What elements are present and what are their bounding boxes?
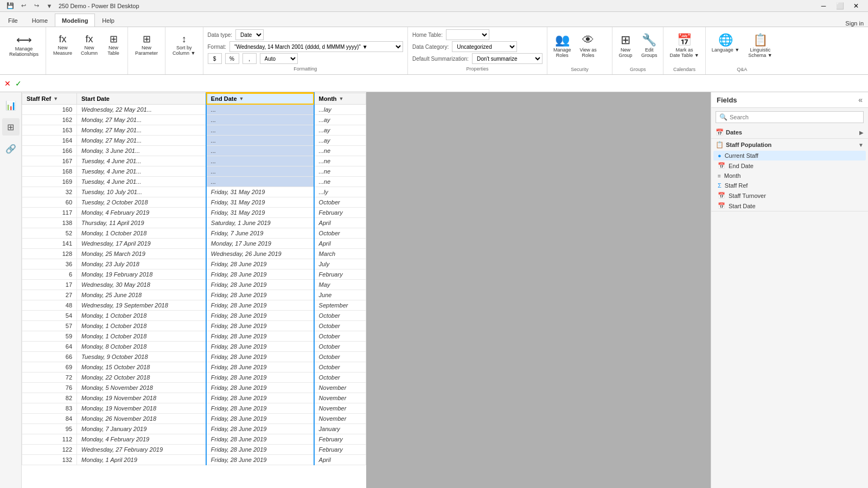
ribbon-properties-section: Home Table: Data Category: Uncategorized… — [408, 27, 547, 74]
fields-search-box[interactable]: 🔍 — [716, 111, 864, 123]
edit-groups-btn[interactable]: 🔧 EditGroups — [637, 31, 661, 61]
close-btn[interactable]: ✕ — [848, 1, 864, 11]
cell-staff-ref: 138 — [22, 218, 77, 228]
table-row[interactable]: 166Monday, 3 June 201.........ne — [22, 146, 366, 156]
table-row[interactable]: 163Monday, 27 May 201.........ay — [22, 125, 366, 136]
col-header-enddate[interactable]: End Date ▼ — [206, 93, 314, 105]
dollar-btn[interactable]: $ — [208, 53, 222, 64]
field-item-staff-turnover[interactable]: 📅 Staff Turnover — [713, 190, 866, 201]
table-row[interactable]: 64Monday, 8 October 2018Friday, 28 June … — [22, 342, 366, 352]
table-row[interactable]: 72Monday, 22 October 2018Friday, 28 June… — [22, 373, 366, 383]
table-row[interactable]: 59Monday, 1 October 2018Friday, 28 June … — [22, 331, 366, 342]
field-group-dates-header[interactable]: 📅 Dates ▶ — [711, 126, 868, 138]
table-row[interactable]: 27Monday, 25 June 2018Friday, 28 June 20… — [22, 290, 366, 300]
table-row[interactable]: 66Tuesday, 9 October 2018Friday, 28 June… — [22, 352, 366, 362]
cell-month: October — [314, 228, 366, 239]
table-row[interactable]: 48Wednesday, 19 September 2018Friday, 28… — [22, 300, 366, 311]
table-row[interactable]: 112Monday, 4 February 2019Friday, 28 Jun… — [22, 434, 366, 445]
field-item-staff-ref[interactable]: Σ Staff Ref — [713, 181, 866, 190]
undo-btn[interactable]: ↩ — [17, 1, 29, 11]
relationships-buttons: ⟷ ManageRelationships — [5, 29, 42, 71]
new-group-btn[interactable]: ⊞ NewGroup — [615, 31, 636, 61]
table-row[interactable]: 162Monday, 27 May 201.........ay — [22, 115, 366, 125]
redo-btn[interactable]: ↪ — [30, 1, 42, 11]
table-row[interactable]: 95Monday, 7 January 2019Friday, 28 June … — [22, 424, 366, 434]
table-row[interactable]: 17Wednesday, 30 May 2018Friday, 28 June … — [22, 280, 366, 290]
data-type-select[interactable]: Date — [235, 29, 264, 40]
cell-start-date: Monday, 27 May 201... — [77, 125, 206, 136]
field-item-start-date[interactable]: 📅 Start Date — [713, 201, 866, 211]
table-row[interactable]: 132Monday, 1 April 2019Friday, 28 June 2… — [22, 455, 366, 465]
col-header-month[interactable]: Month ▼ — [314, 93, 366, 105]
field-item-current-staff[interactable]: ● Current Staff — [713, 151, 866, 160]
table-row[interactable]: 76Monday, 5 November 2018Friday, 28 June… — [22, 383, 366, 393]
formula-confirm-icon[interactable]: ✓ — [15, 79, 22, 88]
tab-help[interactable]: Help — [95, 14, 122, 27]
field-group-staff-population-header[interactable]: 📋 Staff Population ▼ — [711, 139, 868, 151]
table-row[interactable]: 57Monday, 1 October 2018Friday, 28 June … — [22, 321, 366, 331]
tab-modeling[interactable]: Modeling — [55, 14, 95, 27]
table-row[interactable]: 54Monday, 1 October 2018Friday, 28 June … — [22, 311, 366, 321]
home-table-select[interactable] — [446, 29, 489, 40]
new-parameter-btn[interactable]: ⊞ NewParameter — [131, 31, 162, 59]
model-view-icon[interactable]: 🔗 — [2, 140, 20, 157]
table-row[interactable]: 32Tuesday, 10 July 201...Friday, 31 May … — [22, 187, 366, 197]
new-column-btn[interactable]: fx NewColumn — [77, 31, 101, 59]
comma-btn[interactable]: , — [242, 53, 257, 64]
table-row[interactable]: 82Monday, 19 November 2018Friday, 28 Jun… — [22, 393, 366, 403]
fields-panel-expand-icon[interactable]: « — [858, 95, 863, 104]
formula-cancel-icon[interactable]: ✕ — [4, 79, 11, 88]
cell-end-date: Friday, 28 June 2019 — [206, 290, 314, 300]
end-date-name: End Date — [729, 163, 754, 169]
table-row[interactable]: 160Wednesday, 22 May 201.........lay — [22, 105, 366, 115]
data-view-icon[interactable]: ⊞ — [2, 118, 20, 136]
format-select[interactable]: "Wednesday, 14 March 2001 (dddd, d MMMM … — [229, 41, 403, 52]
table-row[interactable]: 128Monday, 25 March 2019Wednesday, 26 Ju… — [22, 249, 366, 259]
field-item-month[interactable]: ≡ Month — [713, 171, 866, 181]
col-header-staffref[interactable]: Staff Ref ▼ — [22, 93, 77, 105]
table-row[interactable]: 36Monday, 23 July 2018Friday, 28 June 20… — [22, 259, 366, 269]
mark-as-date-table-btn[interactable]: 📅 Mark asDate Table ▼ — [666, 31, 703, 61]
new-measure-btn[interactable]: fx NewMeasure — [49, 31, 76, 59]
table-row[interactable]: 117Monday, 4 February 2019Friday, 31 May… — [22, 208, 366, 218]
manage-roles-btn[interactable]: 👥 ManageRoles — [550, 31, 575, 61]
cell-staff-ref: 59 — [22, 331, 77, 342]
table-row[interactable]: 84Monday, 26 November 2018Friday, 28 Jun… — [22, 414, 366, 424]
table-row[interactable]: 69Monday, 15 October 2018Friday, 28 June… — [22, 362, 366, 373]
new-table-btn[interactable]: ⊞ NewTable — [103, 31, 124, 59]
table-row[interactable]: 167Tuesday, 4 June 201.........ne — [22, 156, 366, 166]
table-row[interactable]: 52Monday, 1 October 2018Friday, 7 June 2… — [22, 228, 366, 239]
sort-by-column-btn[interactable]: ↕ Sort byColumn ▼ — [169, 31, 199, 59]
summarization-select[interactable]: Don't summarize — [472, 53, 542, 64]
fields-search-input[interactable] — [730, 114, 860, 120]
col-header-startdate[interactable]: Start Date — [77, 93, 206, 105]
table-row[interactable]: 168Tuesday, 4 June 201.........ne — [22, 166, 366, 177]
minimize-btn[interactable]: ─ — [816, 1, 831, 11]
table-row[interactable]: 60Tuesday, 2 October 2018Friday, 31 May … — [22, 197, 366, 208]
auto-select[interactable]: Auto — [260, 53, 298, 64]
table-row[interactable]: 164Monday, 27 May 201.........ay — [22, 136, 366, 146]
report-view-icon[interactable]: 📊 — [2, 97, 20, 114]
save-btn[interactable]: 💾 — [4, 1, 16, 11]
table-row[interactable]: 138Thursday, 11 April 2019Saturday, 1 Ju… — [22, 218, 366, 228]
linguistic-schema-btn[interactable]: 📋 LinguisticSchema ▼ — [744, 31, 776, 61]
table-row[interactable]: 169Tuesday, 4 June 201.........ne — [22, 177, 366, 187]
tab-home[interactable]: Home — [25, 14, 55, 27]
new-parameter-label: NewParameter — [135, 45, 158, 56]
customize-btn[interactable]: ▼ — [43, 1, 55, 11]
table-row[interactable]: 83Monday, 19 November 2018Friday, 28 Jun… — [22, 403, 366, 414]
restore-btn[interactable]: ⬜ — [832, 1, 847, 11]
language-btn[interactable]: 🌐 Language ▼ — [708, 31, 743, 55]
cell-end-date: ... — [206, 125, 314, 136]
manage-relationships-btn[interactable]: ⟷ ManageRelationships — [5, 31, 42, 60]
table-row[interactable]: 6Monday, 19 February 2018Friday, 28 June… — [22, 269, 366, 280]
table-row[interactable]: 141Wednesday, 17 April 2019Monday, 17 Ju… — [22, 239, 366, 249]
field-item-end-date[interactable]: 📅 End Date — [713, 160, 866, 171]
tab-file[interactable]: File — [1, 14, 25, 27]
view-as-roles-btn[interactable]: 👁 View asRoles — [576, 31, 600, 61]
sign-in-area[interactable]: Sign in — [841, 20, 868, 27]
percent-btn[interactable]: % — [225, 53, 239, 64]
table-row[interactable]: 122Wednesday, 27 February 2019Friday, 28… — [22, 445, 366, 455]
category-select[interactable]: Uncategorized — [452, 41, 517, 52]
left-sidebar: 📊 ⊞ 🔗 — [0, 92, 22, 488]
